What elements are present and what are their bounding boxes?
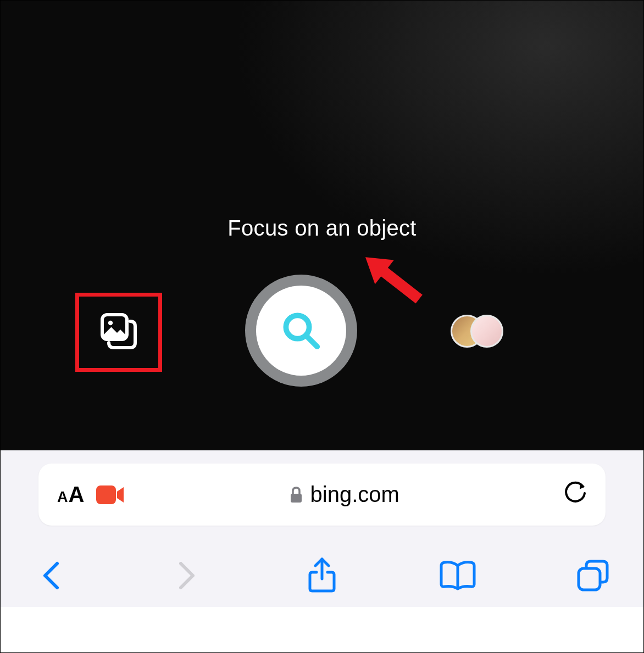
- svg-rect-5: [291, 494, 302, 503]
- recent-thumbnail-2: [470, 315, 503, 348]
- address-bar-area: A A bing.com: [1, 450, 643, 544]
- share-icon: [308, 557, 336, 594]
- aa-large-letter: A: [69, 482, 85, 507]
- browser-toolbar: [1, 544, 643, 607]
- camera-viewport: Focus on an object: [1, 1, 643, 450]
- video-camera-icon: [96, 484, 125, 505]
- reload-icon: [564, 481, 587, 506]
- tabs-button[interactable]: [574, 557, 612, 594]
- address-bar[interactable]: A A bing.com: [38, 464, 606, 526]
- url-text: bing.com: [310, 482, 399, 507]
- svg-line-3: [307, 336, 318, 347]
- visual-search-button[interactable]: [245, 275, 357, 387]
- svg-rect-7: [579, 568, 600, 590]
- share-button[interactable]: [303, 557, 341, 594]
- annotation-highlight-box: [75, 293, 162, 372]
- visual-search-button-inner: [256, 286, 346, 376]
- reader-text-size-button[interactable]: A A: [57, 482, 84, 507]
- search-icon: [280, 309, 323, 352]
- svg-point-1: [108, 321, 113, 325]
- svg-rect-4: [96, 485, 116, 504]
- annotation-arrow-icon: [350, 247, 438, 312]
- recent-searches-button[interactable]: [451, 315, 506, 350]
- camera-hint-text: Focus on an object: [227, 216, 416, 241]
- gallery-button[interactable]: [99, 311, 138, 353]
- bookmarks-button[interactable]: [439, 557, 476, 594]
- aa-small-letter: A: [57, 489, 68, 506]
- gallery-icon: [99, 311, 138, 351]
- screen-recording-indicator[interactable]: [96, 484, 125, 505]
- chevron-left-icon: [42, 560, 60, 591]
- reload-button[interactable]: [564, 481, 587, 509]
- lock-icon: [290, 486, 303, 504]
- chevron-right-icon: [177, 560, 196, 591]
- forward-button: [168, 557, 206, 594]
- tabs-icon: [576, 559, 609, 592]
- back-button[interactable]: [32, 557, 70, 594]
- url-display[interactable]: bing.com: [125, 482, 564, 507]
- book-icon: [439, 560, 476, 591]
